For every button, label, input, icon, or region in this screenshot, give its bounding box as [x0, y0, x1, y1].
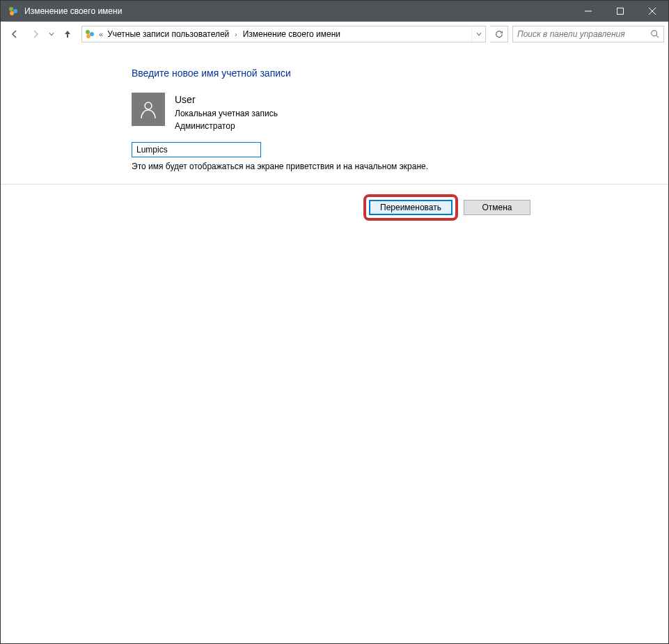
up-button[interactable]: [58, 24, 77, 44]
rename-button[interactable]: Переименовать: [369, 200, 452, 215]
svg-point-1: [13, 9, 17, 13]
refresh-button[interactable]: [490, 26, 508, 42]
user-block: User Локальная учетная запись Администра…: [132, 93, 668, 132]
button-row: Переименовать Отмена: [1, 184, 668, 221]
history-dropdown[interactable]: [47, 24, 56, 44]
svg-point-10: [652, 31, 657, 36]
minimize-button[interactable]: [572, 1, 604, 22]
svg-point-2: [10, 11, 14, 15]
content-area: Введите новое имя учетной записи User Ло…: [1, 47, 668, 221]
account-name-input[interactable]: [132, 142, 261, 157]
svg-point-12: [145, 102, 152, 109]
highlight-annotation: Переименовать: [363, 194, 458, 221]
svg-point-0: [9, 7, 13, 11]
breadcrumb-item[interactable]: Учетные записи пользователей: [104, 29, 232, 39]
search-input[interactable]: [513, 29, 647, 39]
breadcrumb-item[interactable]: Изменение своего имени: [240, 29, 343, 39]
svg-point-7: [86, 30, 90, 34]
user-role: Администратор: [175, 120, 278, 132]
back-button[interactable]: [5, 24, 24, 44]
address-dropdown[interactable]: [471, 26, 485, 42]
window-title: Изменение своего имени: [24, 6, 572, 16]
address-bar[interactable]: « Учетные записи пользователей › Изменен…: [81, 26, 486, 42]
maximize-button[interactable]: [604, 1, 636, 22]
user-accounts-icon: [82, 29, 97, 40]
account-type: Локальная учетная запись: [175, 107, 278, 120]
close-button[interactable]: [636, 1, 668, 22]
breadcrumb: Учетные записи пользователей › Изменение…: [104, 29, 471, 39]
user-info: User Локальная учетная запись Администра…: [175, 93, 278, 132]
navigation-bar: « Учетные записи пользователей › Изменен…: [1, 22, 668, 47]
window-frame: Изменение своего имени: [0, 0, 669, 644]
svg-point-8: [90, 32, 94, 36]
hint-text: Это имя будет отображаться на экране при…: [132, 162, 668, 171]
search-box[interactable]: [512, 26, 664, 42]
forward-button[interactable]: [26, 24, 45, 44]
svg-rect-4: [617, 8, 624, 15]
user-accounts-icon: [8, 6, 19, 17]
window-controls: [572, 1, 668, 22]
cancel-button[interactable]: Отмена: [464, 200, 530, 215]
svg-point-9: [86, 34, 90, 38]
chevron-right-icon: ›: [232, 31, 239, 38]
avatar: [132, 93, 165, 126]
page-heading: Введите новое имя учетной записи: [132, 68, 668, 79]
search-icon[interactable]: [647, 29, 663, 39]
titlebar: Изменение своего имени: [1, 1, 668, 22]
svg-line-11: [656, 36, 659, 38]
user-name: User: [175, 93, 278, 107]
breadcrumb-chevrons: «: [97, 30, 104, 38]
